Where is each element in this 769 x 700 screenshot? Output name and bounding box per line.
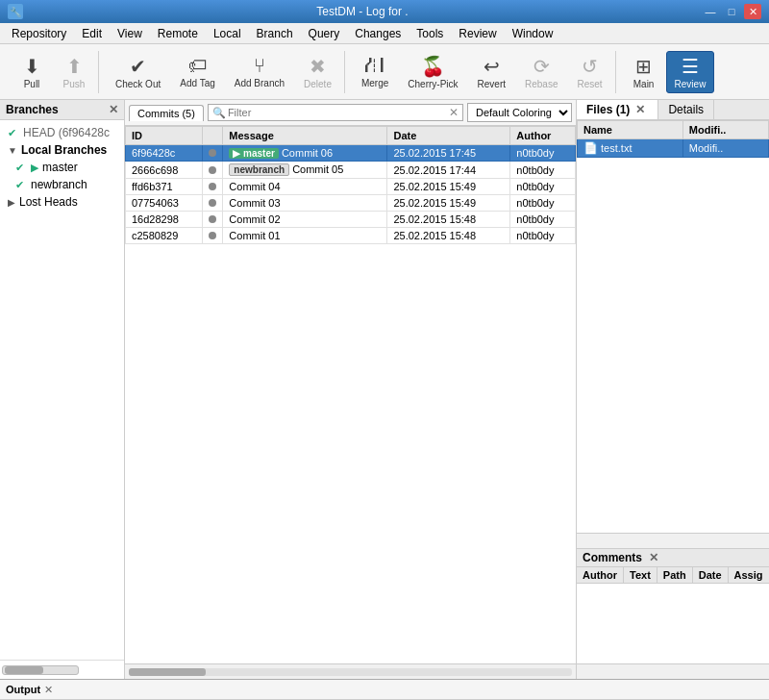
branch-item-newbranch[interactable]: ✔ newbranch [0,176,124,193]
reset-button[interactable]: ↺ Reset [568,51,610,93]
comments-title: Comments [583,551,642,564]
files-hscrollbar[interactable] [577,533,769,548]
commit-date-cell: 25.02.2015 15:49 [387,179,510,195]
delete-button[interactable]: ✖ Delete [295,51,340,93]
menu-edit[interactable]: Edit [74,25,110,42]
lost-heads-arrow-icon: ▶ [8,197,15,208]
commit-message-cell: Commit 03 [223,195,387,212]
addbranch-button[interactable]: ⑂ Add Branch [226,51,293,92]
main-view-button[interactable]: ⊞ Main [624,51,664,93]
commit-author-cell: n0tb0dy [510,145,576,162]
close-button[interactable]: ✕ [744,4,761,19]
tab-files-close[interactable]: ✕ [633,103,648,116]
toolbar: ⬇ Pull ⬆ Push ✔ Check Out 🏷 Add Tag ⑂ Ad… [0,44,769,100]
menu-window[interactable]: Window [505,25,561,42]
commits-toolbar: Commits (5) 🔍 ✕ Default Coloring [125,100,576,126]
commit-date-cell: 25.02.2015 15:49 [387,195,510,212]
commit-row[interactable]: 07754063Commit 0325.02.2015 15:49n0tb0dy [126,195,576,212]
menu-branch[interactable]: Branch [249,25,301,42]
master-check-icon: ✔ [15,162,27,174]
addtag-label: Add Tag [180,78,215,88]
menu-query[interactable]: Query [301,25,348,42]
branch-item-master[interactable]: ✔ ▶ master [0,159,124,176]
menu-local[interactable]: Local [206,25,249,42]
branches-close-button[interactable]: ✕ [109,103,118,116]
commit-author-cell: n0tb0dy [510,162,576,179]
output-close-button[interactable]: ✕ [44,684,53,696]
push-button[interactable]: ⬆ Push [54,51,94,93]
branches-title: Branches [6,103,59,116]
newbranch-label: newbranch [31,178,87,191]
right-panel: Files (1) ✕ Details Name Modifi.. � [577,100,769,679]
coloring-select[interactable]: Default Coloring [467,103,572,122]
commit-row[interactable]: ffd6b371Commit 0425.02.2015 15:49n0tb0dy [126,179,576,195]
main-layout: Branches ✕ ✔ HEAD (6f96428c ▼ Local Bran… [0,100,769,679]
merge-button[interactable]: ⛙ Merge [353,51,397,92]
commit-author-cell: n0tb0dy [510,195,576,212]
cherrypick-label: Cherry-Pick [408,79,458,89]
branch-item-head[interactable]: ✔ HEAD (6f96428c [0,124,124,141]
revert-button[interactable]: ↩ Revert [469,51,514,93]
output-panel: Output ✕ [0,679,769,700]
file-row[interactable]: 📄 test.txt Modifi.. [578,139,769,158]
pull-button[interactable]: ⬇ Pull [12,51,52,93]
commits-tab[interactable]: Commits (5) [129,105,204,121]
comments-hscrollbar[interactable] [577,663,769,679]
comments-section: Comments ✕ Author Text Path Date Assig [577,548,769,663]
toolbar-group-merge: ⛙ Merge 🍒 Cherry-Pick ↩ Revert ⟳ Rebase … [349,51,616,93]
cherrypick-button[interactable]: 🍒 Cherry-Pick [399,51,466,93]
branch-item-local-branches[interactable]: ▼ Local Branches [0,141,124,159]
col-author: Author [510,127,576,145]
commit-row[interactable]: 2666c698newbranchCommit 0525.02.2015 17:… [126,162,576,179]
commits-hscrollbar[interactable] [125,663,576,679]
commit-row[interactable]: 16d28298Commit 0225.02.2015 15:48n0tb0dy [126,212,576,228]
commit-id-cell: c2580829 [126,228,203,244]
minimize-button[interactable]: — [702,4,719,19]
addbranch-icon: ⑂ [254,55,265,77]
output-tab[interactable]: Output [6,684,40,695]
checkout-button[interactable]: ✔ Check Out [107,51,169,93]
checkout-icon: ✔ [130,55,146,78]
tab-details[interactable]: Details [658,100,714,119]
col-filename: Name [578,121,683,139]
menu-view[interactable]: View [110,25,150,42]
files-data-table: Name Modifi.. 📄 test.txt Modifi.. [577,120,769,158]
review-view-icon: ☰ [682,55,699,78]
menu-remote[interactable]: Remote [150,25,206,42]
menu-repository[interactable]: Repository [4,25,74,42]
branches-hscrollbar[interactable] [2,665,79,675]
lost-heads-label: Lost Heads [19,195,78,209]
commit-graph-cell [203,195,223,212]
review-view-button[interactable]: ☰ Review [666,51,715,93]
delete-label: Delete [304,79,332,89]
addtag-button[interactable]: 🏷 Add Tag [171,51,224,92]
files-table: Name Modifi.. 📄 test.txt Modifi.. [577,120,769,533]
review-view-label: Review [675,79,707,89]
col-id: ID [126,127,203,145]
comments-body [577,584,769,663]
filter-clear-button[interactable]: ✕ [449,106,459,119]
menu-tools[interactable]: Tools [409,25,451,42]
branch-badge-master: ▶ master [229,148,279,159]
filter-input[interactable] [228,107,447,118]
commit-row[interactable]: 6f96428c▶ masterCommit 0625.02.2015 17:4… [126,145,576,162]
commit-row[interactable]: c2580829Commit 0125.02.2015 15:48n0tb0dy [126,228,576,244]
menu-changes[interactable]: Changes [347,25,409,42]
menu-review[interactable]: Review [451,25,504,42]
delete-icon: ✖ [310,55,326,78]
commits-table: ID Message Date Author 6f96428c▶ masterC… [125,126,576,663]
tab-details-label: Details [668,103,704,116]
commit-graph-cell [203,162,223,179]
commits-hscrollbar-thumb [129,668,206,676]
branch-tree: ✔ HEAD (6f96428c ▼ Local Branches ✔ ▶ ma… [0,120,124,660]
rebase-button[interactable]: ⟳ Rebase [516,51,566,93]
branches-panel: Branches ✕ ✔ HEAD (6f96428c ▼ Local Bran… [0,100,125,679]
tab-files[interactable]: Files (1) ✕ [577,100,658,119]
local-branches-arrow-icon: ▼ [8,145,17,156]
window-controls: — □ ✕ [702,4,761,19]
comments-close-button[interactable]: ✕ [646,551,661,564]
branch-item-lost-heads[interactable]: ▶ Lost Heads [0,193,124,211]
col-date: Date [387,127,510,145]
maximize-button[interactable]: □ [723,4,740,19]
push-icon: ⬆ [66,55,83,78]
